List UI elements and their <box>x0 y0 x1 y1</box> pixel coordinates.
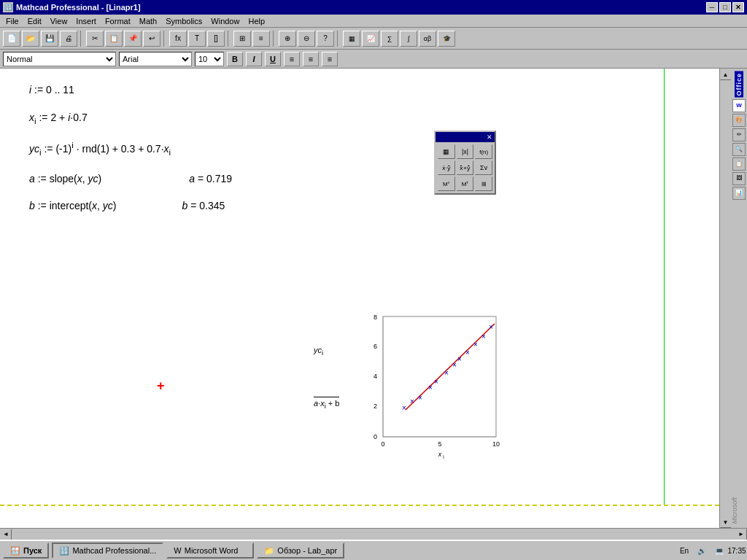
svg-text:×: × <box>452 361 457 369</box>
start-button[interactable]: 🪟 Пуск <box>3 542 49 559</box>
copy-button[interactable]: 📋 <box>105 31 123 47</box>
tray-clock: 17:35 <box>729 543 744 558</box>
svg-text:×: × <box>444 369 449 377</box>
math-btn-abs[interactable]: |x| <box>457 144 474 159</box>
chart-container: 0 2 4 6 8 0 5 10 x i <box>361 313 503 473</box>
save-button[interactable]: 💾 <box>41 31 58 47</box>
minimize-button[interactable]: ─ <box>706 2 718 12</box>
new-button[interactable]: 📄 <box>3 31 20 47</box>
microsoft-label: Microsoft <box>731 494 747 528</box>
math-btn-inv[interactable]: ⊞ <box>475 176 492 191</box>
formula-i-range: i := 0 .. 11 <box>29 83 690 98</box>
float-toolbar-title: ✕ <box>436 132 495 142</box>
undo-button[interactable]: ↩ <box>143 31 160 47</box>
integral-btn[interactable]: ∫ <box>400 31 417 47</box>
taskbar-mathcad[interactable]: 🔢 Mathcad Professional... <box>52 542 163 559</box>
cut-button[interactable]: ✂ <box>86 31 104 47</box>
underline-button[interactable]: U <box>265 52 281 66</box>
font-select[interactable]: Arial <box>119 52 192 66</box>
help-button[interactable]: ? <box>317 31 334 47</box>
menu-math[interactable]: Math <box>135 16 161 26</box>
menu-view[interactable]: View <box>46 16 72 26</box>
math-btn-mt[interactable]: Mᵀ <box>457 176 474 191</box>
align-left-button[interactable]: ≡ <box>284 52 300 66</box>
svg-text:×: × <box>402 404 406 412</box>
taskbar-word[interactable]: W Microsoft Word <box>166 542 254 559</box>
legend-area: yci a·xi + b <box>314 346 339 410</box>
insert-math-button[interactable]: fx <box>169 31 187 47</box>
align-center-button[interactable]: ≡ <box>303 52 319 66</box>
maximize-button[interactable]: □ <box>719 2 731 12</box>
scroll-left-button[interactable]: ◄ <box>0 529 12 540</box>
menu-symbolics[interactable]: Symbolics <box>161 16 206 26</box>
formula-a-val: a = 0.719 <box>189 172 232 187</box>
bold-button[interactable]: B <box>227 52 243 66</box>
math-btn-dot1[interactable]: ẋ·ȳ <box>438 160 455 175</box>
app-icon: 🔢 <box>3 2 13 12</box>
format-eq-button[interactable]: ≡ <box>252 31 270 47</box>
taskbar-obzor[interactable]: 📁 Обзор - Lab_apr <box>257 542 344 559</box>
math-btn-m0[interactable]: M° <box>438 176 455 191</box>
align-right-button[interactable]: ≡ <box>322 52 338 66</box>
formula-yc-def: yci := (-1)i · rnd(1) + 0.3 + 0.7·xi <box>29 140 690 159</box>
menu-file[interactable]: File <box>1 16 23 26</box>
matrix-btn[interactable]: ▦ <box>343 31 360 47</box>
calc-button[interactable]: ⊞ <box>233 31 251 47</box>
float-close-button[interactable]: ✕ <box>487 133 492 141</box>
greek-btn[interactable]: αβ <box>419 31 436 47</box>
office-w-btn[interactable]: W <box>732 99 746 112</box>
menu-edit[interactable]: Edit <box>23 16 46 26</box>
office-label: Office <box>735 71 743 98</box>
insert-matrix-button[interactable]: [] <box>207 31 225 47</box>
office-pencil-btn[interactable]: ✏ <box>732 128 746 141</box>
math-btn-grid[interactable]: ▦ <box>438 144 455 159</box>
svg-text:×: × <box>489 323 493 331</box>
office-photo-btn[interactable]: 🖼 <box>732 172 746 185</box>
svg-text:×: × <box>434 378 438 386</box>
menu-window[interactable]: Window <box>206 16 244 26</box>
office-file-btn[interactable]: 📋 <box>732 158 746 171</box>
math-btn-sum[interactable]: Σv <box>475 160 492 175</box>
tray-lang[interactable]: En <box>677 543 692 558</box>
chart-svg: 0 2 4 6 8 0 5 10 x i <box>361 313 503 459</box>
svg-text:8: 8 <box>374 314 377 321</box>
scroll-up-button[interactable]: ▲ <box>720 69 732 80</box>
open-button[interactable]: 📂 <box>22 31 39 47</box>
calc2-btn[interactable]: ∑ <box>381 31 398 47</box>
formula-x-text: xi := 2 + i·0.7 <box>29 112 88 123</box>
office-paint-btn[interactable]: 🎨 <box>732 114 746 127</box>
math-btn-dot2[interactable]: x̄×ȳ <box>457 160 474 175</box>
print-button[interactable]: 🖨 <box>60 31 77 47</box>
office-chart-btn[interactable]: 📊 <box>732 187 746 200</box>
tray-volume[interactable]: 🔊 <box>694 543 709 558</box>
zoom-out-button[interactable]: ⊖ <box>298 31 315 47</box>
graph-btn[interactable]: 📈 <box>362 31 379 47</box>
close-button[interactable]: ✕ <box>732 2 744 12</box>
title-bar: 🔢 Mathcad Professional - [Linapr1] ─ □ ✕ <box>0 0 747 15</box>
paste-button[interactable]: 📌 <box>124 31 142 47</box>
toolbar-separator-1 <box>80 31 83 47</box>
size-select[interactable]: 10 <box>195 52 224 66</box>
scroll-track[interactable] <box>720 80 732 516</box>
outer-right-panel: Office W 🎨 ✏ 🔍 📋 🖼 📊 Microsoft <box>731 69 747 528</box>
tray-network[interactable]: 💻 <box>712 543 727 558</box>
extra-btn[interactable]: 🎓 <box>438 31 455 47</box>
formula-i-text: i := 0 .. 11 <box>29 84 74 96</box>
title-text: Mathcad Professional - [Linapr1] <box>16 3 141 12</box>
office-search-btn[interactable]: 🔍 <box>732 143 746 156</box>
math-btn-fn[interactable]: f(n) <box>475 144 492 159</box>
menu-help[interactable]: Help <box>244 16 269 26</box>
svg-text:i: i <box>443 454 444 459</box>
horizontal-scrollbar: ◄ ► <box>0 528 747 540</box>
svg-text:×: × <box>481 332 486 341</box>
scroll-down-button[interactable]: ▼ <box>720 516 732 528</box>
style-select[interactable]: Normal <box>3 52 116 66</box>
zoom-in-button[interactable]: ⊕ <box>279 31 296 47</box>
insert-text-button[interactable]: T <box>188 31 206 47</box>
float-math-toolbar[interactable]: ✕ ▦ |x| f(n) ẋ·ȳ x̄×ȳ Σv M° Mᵀ ⊞ <box>434 131 496 195</box>
menu-format[interactable]: Format <box>101 16 135 26</box>
document-area[interactable]: i := 0 .. 11 xi := 2 + i·0.7 yci := (-1)… <box>0 69 719 528</box>
italic-button[interactable]: I <box>246 52 262 66</box>
scroll-right-button[interactable]: ► <box>735 529 747 540</box>
menu-insert[interactable]: Insert <box>71 16 101 26</box>
